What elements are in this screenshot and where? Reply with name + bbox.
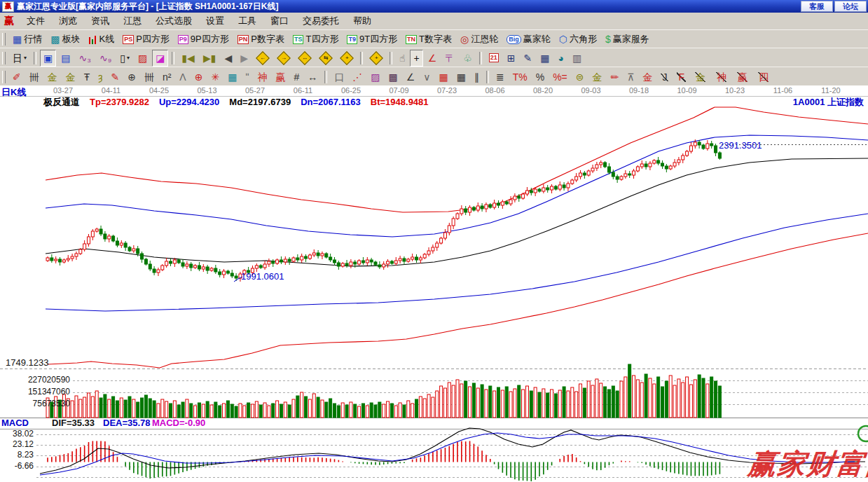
wave-tool-button[interactable]: ∨ — [420, 69, 434, 85]
toolbar-grip[interactable] — [2, 33, 6, 46]
gold-lines-button[interactable]: 金 — [588, 69, 605, 85]
winner-service-button[interactable]: $赢家服务 — [602, 31, 653, 48]
remote-pc-button[interactable]: ▥ — [569, 50, 585, 67]
angle-lines-button[interactable]: ∠ — [403, 69, 419, 85]
span-measure-button[interactable]: ↔ — [304, 69, 321, 85]
gold-underline-button[interactable]: 金 — [639, 69, 656, 85]
t-square-button[interactable]: TST四方形 — [289, 31, 342, 48]
band-tool-button[interactable]: 〒 — [441, 50, 458, 67]
web-grid-button[interactable]: ▦ — [224, 69, 240, 85]
grid-red-button[interactable]: ▦ — [435, 69, 451, 85]
box-tool-button[interactable]: 口 — [331, 69, 347, 85]
gold-ratio-b-button[interactable]: 金 — [62, 69, 79, 85]
percent-button[interactable]: % — [532, 69, 548, 85]
toolbar-grip[interactable] — [2, 52, 6, 64]
pen-ruler-button[interactable]: ✎ — [107, 69, 123, 85]
time-cycle-button[interactable]: ⊕ — [124, 69, 139, 85]
grid-arrow-button[interactable]: ▦ — [453, 69, 469, 85]
ying-tool-button[interactable]: 赢 — [272, 69, 289, 85]
cup-tool-button[interactable]: ⊼ — [624, 69, 638, 85]
9t-square-button[interactable]: T99T四方形 — [343, 31, 401, 48]
notes-button[interactable]: ✎ — [521, 50, 536, 67]
menu-file[interactable]: 文件 — [20, 15, 52, 27]
forum-button[interactable]: 论坛 — [834, 1, 867, 12]
9p-square-button[interactable]: P99P四方形 — [174, 31, 233, 48]
crosshair-button[interactable]: + — [410, 50, 422, 67]
expand-all-diamond-button[interactable]: + — [337, 50, 357, 67]
p-number-table-button[interactable]: PNP数字表 — [234, 31, 288, 48]
quote-page-button[interactable]: ▤ — [57, 50, 74, 67]
winner-wheel-button[interactable]: Big赢家轮 — [503, 31, 554, 48]
expand-horizontal-diamond-button[interactable]: ↔ — [295, 50, 315, 67]
fit-all-diamond-button[interactable]: + — [366, 50, 386, 67]
hexagon-button[interactable]: ⬡六角形 — [556, 31, 600, 48]
gann-fan-red-button[interactable]: ⋰ — [349, 69, 366, 85]
shift-right-diamond-button[interactable]: → — [274, 50, 294, 67]
angle-j-button[interactable]: J — [657, 69, 672, 85]
gann-fan-dark-button[interactable]: ▩ — [385, 69, 401, 85]
ruler-123-button[interactable]: # — [290, 69, 303, 85]
volume-profile-button[interactable]: ◪ — [152, 50, 168, 67]
gann-pattern-button[interactable]: ▨ — [135, 50, 151, 67]
chart-area[interactable]: 03-2704-1104-2505-1305-2706-1106-2507-09… — [0, 85, 868, 482]
menu-tools[interactable]: 工具 — [231, 15, 263, 27]
next-bar-button[interactable]: ▶ — [237, 50, 252, 67]
angle-si-button[interactable]: 四 — [754, 69, 773, 85]
tick-ruler-button[interactable]: 卌 — [141, 69, 158, 85]
gold-ratio-a-button[interactable]: 金 — [44, 69, 61, 85]
save-disk-button[interactable]: ▦ — [537, 50, 553, 67]
menu-help[interactable]: 帮助 — [346, 15, 378, 27]
dropdown-arrow-icon[interactable]: ▾ — [127, 55, 130, 61]
dropdown-arrow-icon[interactable]: ▾ — [24, 55, 27, 61]
ink-pen-button[interactable]: ✏ — [607, 69, 622, 85]
menu-trade-entrust[interactable]: 交易委托 — [296, 15, 346, 27]
angle-ying-button[interactable]: 赢 — [733, 69, 752, 85]
pan-hand-button[interactable]: ☝ — [396, 50, 409, 67]
spiral-tool-button[interactable]: ȝ — [95, 69, 106, 85]
t-number-table-button[interactable]: TNT数字表 — [402, 31, 455, 48]
menu-gann[interactable]: 江恩 — [116, 15, 149, 27]
percent-lines-button[interactable]: %= — [549, 69, 571, 85]
gann-ruler-button[interactable]: 卌 — [26, 69, 43, 85]
scale-tool-button[interactable]: ≣ — [492, 69, 508, 85]
menu-news[interactable]: 资讯 — [84, 15, 116, 27]
seconds-mark-button[interactable]: ʺ — [242, 69, 252, 85]
customer-service-button[interactable]: 客服 — [801, 1, 833, 12]
parallel-lines-button[interactable]: ∥ — [471, 69, 483, 85]
compress-horizontal-diamond-button[interactable]: ⇆ — [316, 50, 336, 67]
calculator-button[interactable]: ⊞ — [504, 50, 519, 67]
menu-window[interactable]: 窗口 — [263, 15, 296, 27]
wave-chart-3-button[interactable]: ∿₃ — [75, 50, 94, 67]
calendar-21-button[interactable]: 21 — [485, 50, 502, 67]
f-ruler-button[interactable]: Ŧ — [81, 69, 94, 85]
angle-gold-button[interactable]: 金 — [691, 69, 710, 85]
menu-formula-stock-pick[interactable]: 公式选股 — [149, 15, 199, 27]
menu-browse[interactable]: 浏览 — [52, 15, 84, 27]
leaf-tool-button[interactable]: ♧ — [460, 50, 476, 67]
gann-fan-box-button[interactable]: ▨ — [367, 69, 383, 85]
angle-shen-button[interactable]: 神 — [712, 69, 731, 85]
p-square-button[interactable]: PSP四方形 — [119, 31, 173, 48]
angle-f-button[interactable]: F — [673, 69, 689, 85]
menu-settings[interactable]: 设置 — [199, 15, 231, 27]
n-square-button[interactable]: n² — [159, 69, 174, 85]
wave-chart-9-button[interactable]: ∿₉ — [96, 50, 115, 67]
kline-button[interactable]: K线 — [85, 31, 118, 48]
shift-left-diamond-button[interactable]: ← — [253, 50, 273, 67]
chart-window-button[interactable]: ▣ — [40, 50, 56, 67]
prev-bar-button[interactable]: ◀ — [221, 50, 235, 67]
gann-wheel-button[interactable]: ◎江恩轮 — [457, 31, 502, 48]
angle-measure-button[interactable]: ∠ — [425, 50, 441, 67]
gold-circle-button[interactable]: ⊜ — [572, 69, 588, 85]
toolbar-grip[interactable] — [2, 71, 6, 83]
t-percent-button[interactable]: T% — [509, 69, 531, 85]
candle-style-button[interactable]: ▯▾ — [116, 50, 133, 67]
quotes-button[interactable]: ▦行情 — [9, 31, 46, 48]
period-daily-button[interactable]: 日▾ — [9, 50, 30, 67]
first-page-button[interactable]: ▮◀ — [178, 50, 198, 67]
shen-tool-button[interactable]: 神 — [254, 69, 270, 85]
star-web-button[interactable]: ✳ — [207, 69, 223, 85]
sectors-button[interactable]: ▩板块 — [47, 31, 83, 48]
web-save-button[interactable]: ◕ — [555, 50, 567, 67]
draw-pen-button[interactable]: ✐ — [9, 69, 25, 85]
